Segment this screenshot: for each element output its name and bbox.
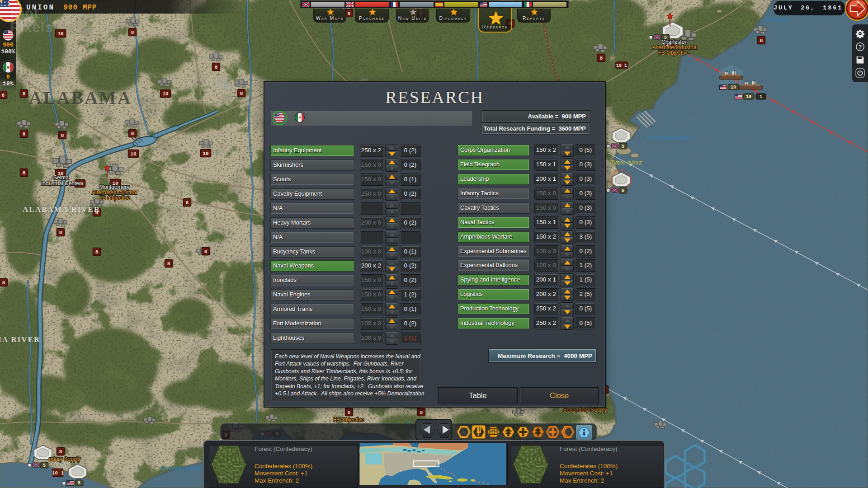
svg-text:?: ?	[859, 44, 862, 50]
